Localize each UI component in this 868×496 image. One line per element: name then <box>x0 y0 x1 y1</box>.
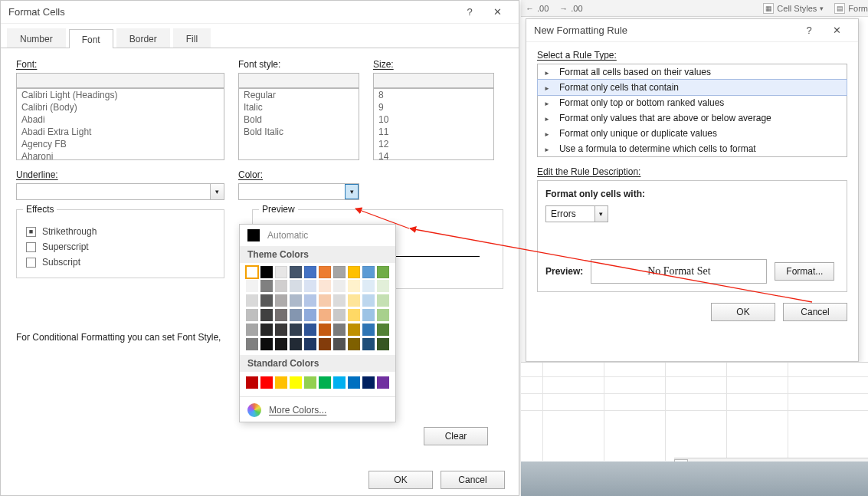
underline-combo[interactable]: ▾ <box>16 183 224 200</box>
color-combo[interactable]: ▾ <box>238 183 359 200</box>
rule-type-list[interactable]: Format all cells based on their values F… <box>537 64 847 157</box>
list-item[interactable]: Abadi <box>17 113 224 126</box>
color-swatch[interactable] <box>275 324 287 336</box>
color-swatch[interactable] <box>319 376 331 389</box>
color-swatch[interactable] <box>304 280 316 292</box>
tab-number[interactable]: Number <box>7 28 66 48</box>
color-swatch[interactable] <box>333 280 346 292</box>
color-swatch[interactable] <box>304 309 316 321</box>
help-button[interactable]: ? <box>795 19 823 42</box>
automatic-color-item[interactable]: Automatic <box>240 225 395 246</box>
color-swatch[interactable] <box>362 309 375 321</box>
color-swatch[interactable] <box>362 338 375 350</box>
color-swatch[interactable] <box>304 376 316 389</box>
list-item[interactable]: 11 <box>374 126 493 138</box>
color-swatch[interactable] <box>290 376 302 389</box>
font-style-input[interactable] <box>238 73 359 88</box>
color-swatch[interactable] <box>377 280 389 292</box>
color-swatch[interactable] <box>290 280 302 292</box>
tab-font[interactable]: Font <box>69 29 113 48</box>
format-button[interactable]: Format... <box>775 262 834 281</box>
color-swatch[interactable] <box>362 266 375 278</box>
format-dropdown-button[interactable]: ▤ Form <box>834 3 868 14</box>
color-swatch[interactable] <box>348 309 360 321</box>
color-swatch[interactable] <box>304 338 316 350</box>
color-swatch[interactable] <box>304 266 316 278</box>
font-listbox[interactable]: Calibri Light (Headings) Calibri (Body) … <box>16 88 224 160</box>
color-swatch[interactable] <box>304 324 316 336</box>
rule-type-item[interactable]: Use a formula to determine which cells t… <box>538 141 847 156</box>
color-swatch[interactable] <box>319 294 331 307</box>
close-button[interactable]: ✕ <box>823 19 850 42</box>
color-swatch[interactable] <box>319 266 331 278</box>
cancel-button[interactable]: Cancel <box>441 471 505 489</box>
color-swatch[interactable] <box>333 376 346 389</box>
color-swatch[interactable] <box>275 338 287 350</box>
list-item[interactable]: Italic <box>239 101 359 113</box>
color-swatch[interactable] <box>275 376 287 389</box>
size-input[interactable] <box>373 73 494 88</box>
color-swatch[interactable] <box>290 266 302 278</box>
list-item[interactable]: Abadi Extra Light <box>17 126 224 138</box>
font-input[interactable] <box>16 73 224 88</box>
close-button[interactable]: ✕ <box>483 1 511 24</box>
color-swatch[interactable] <box>275 266 287 278</box>
color-swatch[interactable] <box>319 324 331 336</box>
chevron-down-icon[interactable]: ▾ <box>345 184 359 199</box>
color-swatch[interactable] <box>304 294 316 307</box>
color-swatch[interactable] <box>348 338 360 350</box>
color-swatch[interactable] <box>290 338 302 350</box>
color-swatch[interactable] <box>348 294 360 307</box>
color-swatch[interactable] <box>246 309 258 321</box>
color-swatch[interactable] <box>377 338 389 350</box>
color-swatch[interactable] <box>348 280 360 292</box>
list-item[interactable]: 10 <box>374 113 493 126</box>
color-swatch[interactable] <box>246 266 258 278</box>
superscript-checkbox[interactable]: Superscript <box>26 239 215 255</box>
color-swatch[interactable] <box>260 294 273 307</box>
color-swatch[interactable] <box>290 309 302 321</box>
rule-type-item[interactable]: Format only values that are above or bel… <box>538 110 847 126</box>
rule-type-item[interactable]: Format only unique or duplicate values <box>538 126 847 141</box>
color-swatch[interactable] <box>246 280 258 292</box>
color-swatch[interactable] <box>275 294 287 307</box>
font-style-listbox[interactable]: Regular Italic Bold Bold Italic <box>238 88 359 160</box>
condition-select[interactable]: Errors ▾ <box>545 205 608 222</box>
help-button[interactable]: ? <box>456 1 483 24</box>
color-swatch[interactable] <box>377 376 389 389</box>
list-item[interactable]: Calibri (Body) <box>17 101 224 113</box>
color-swatch[interactable] <box>275 309 287 321</box>
color-swatch[interactable] <box>348 266 360 278</box>
color-swatch[interactable] <box>260 309 273 321</box>
color-swatch[interactable] <box>260 266 273 278</box>
color-swatch[interactable] <box>333 324 346 336</box>
color-swatch[interactable] <box>333 338 346 350</box>
color-swatch[interactable] <box>246 324 258 336</box>
tab-border[interactable]: Border <box>116 28 170 48</box>
color-swatch[interactable] <box>333 266 346 278</box>
color-swatch[interactable] <box>246 338 258 350</box>
color-swatch[interactable] <box>290 324 302 336</box>
color-swatch[interactable] <box>290 294 302 307</box>
color-swatch[interactable] <box>362 376 375 389</box>
color-swatch[interactable] <box>362 294 375 307</box>
ok-button[interactable]: OK <box>368 471 433 489</box>
list-item[interactable]: 14 <box>374 150 493 160</box>
color-swatch[interactable] <box>362 324 375 336</box>
chevron-down-icon[interactable]: ▾ <box>210 184 224 199</box>
rule-type-item[interactable]: Format all cells based on their values <box>538 64 847 80</box>
color-swatch[interactable] <box>348 376 360 389</box>
cell-styles-button[interactable]: ▦ Cell Styles ▾ <box>763 3 824 14</box>
list-item[interactable]: 9 <box>374 101 493 113</box>
color-swatch[interactable] <box>319 338 331 350</box>
cancel-button[interactable]: Cancel <box>783 303 847 321</box>
chevron-down-icon[interactable]: ▾ <box>594 206 608 222</box>
color-swatch[interactable] <box>377 266 389 278</box>
size-listbox[interactable]: 8 9 10 11 12 14 <box>373 88 494 160</box>
color-swatch[interactable] <box>260 338 273 350</box>
color-swatch[interactable] <box>260 376 273 389</box>
list-item[interactable]: 8 <box>374 89 493 101</box>
list-item[interactable]: Agency FB <box>17 138 224 150</box>
rule-type-item[interactable]: Format only cells that contain <box>537 79 847 96</box>
decrease-decimal-button[interactable]: → .00 <box>559 4 582 13</box>
